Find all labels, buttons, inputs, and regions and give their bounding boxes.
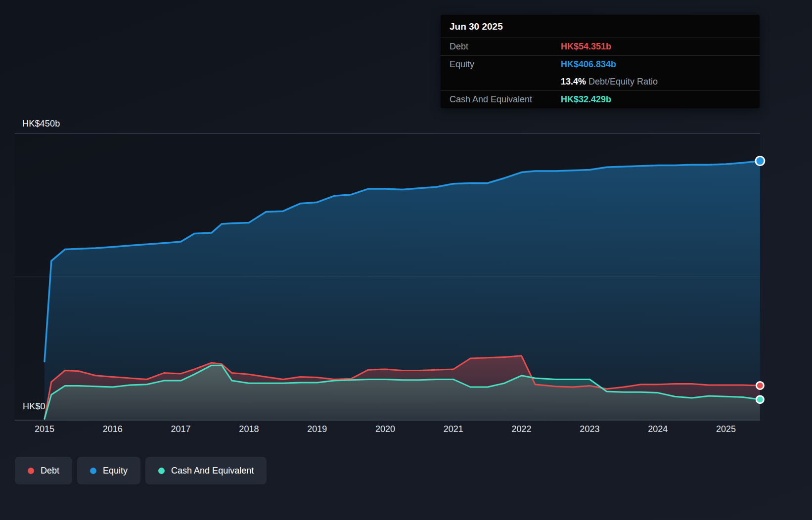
legend-item-cash[interactable]: Cash And Equivalent (145, 457, 267, 484)
tooltip-row-equity: Equity HK$406.834b (441, 56, 760, 73)
tooltip-equity-label: Equity (450, 59, 561, 70)
equity-dot-icon (90, 468, 96, 474)
legend: Debt Equity Cash And Equivalent (15, 457, 267, 484)
x-tick-label: 2019 (307, 424, 327, 434)
tooltip-cash-value: HK$32.429b (561, 94, 611, 105)
tooltip-ratio-text: Debt/Equity Ratio (588, 77, 658, 87)
tooltip-ratio-pct: 13.4% (561, 77, 586, 87)
tooltip-row-ratio: 13.4% Debt/Equity Ratio (441, 73, 760, 91)
x-tick-label: 2021 (444, 424, 463, 434)
tooltip-debt-label: Debt (450, 42, 561, 52)
debt-equity-chart-page: HK$450b HK$0 201520162017201820192020202… (0, 0, 812, 520)
x-tick-label: 2022 (512, 424, 532, 434)
cash-dot-icon (158, 468, 165, 474)
legend-item-debt[interactable]: Debt (15, 457, 72, 484)
debt-dot-icon (28, 468, 34, 474)
tooltip: Jun 30 2025 Debt HK$54.351b Equity HK$40… (441, 15, 760, 108)
x-tick-label: 2018 (239, 424, 259, 434)
x-tick-label: 2025 (716, 424, 736, 434)
legend-debt-label: Debt (41, 466, 59, 476)
tooltip-row-debt: Debt HK$54.351b (441, 38, 760, 56)
tooltip-equity-value: HK$406.834b (561, 59, 616, 70)
x-tick-label: 2017 (171, 424, 191, 434)
legend-item-equity[interactable]: Equity (77, 457, 140, 484)
legend-equity-label: Equity (103, 466, 128, 476)
x-tick-label: 2016 (103, 424, 123, 434)
y-axis-label-bottom: HK$0 (23, 401, 45, 412)
tooltip-debt-value: HK$54.351b (561, 42, 611, 52)
y-axis-label-top: HK$450b (22, 119, 60, 129)
x-tick-label: 2015 (35, 424, 54, 434)
tooltip-date: Jun 30 2025 (441, 15, 760, 38)
tooltip-cash-label: Cash And Equivalent (450, 94, 561, 105)
tooltip-row-cash: Cash And Equivalent HK$32.429b (441, 91, 760, 108)
x-tick-label: 2024 (648, 424, 668, 434)
legend-cash-label: Cash And Equivalent (171, 466, 254, 476)
tooltip-ratio-value: 13.4% Debt/Equity Ratio (561, 77, 658, 87)
x-tick-label: 2020 (375, 424, 395, 434)
x-axis: 2015201620172018201920202021202220232024… (0, 424, 812, 437)
x-tick-label: 2023 (580, 424, 599, 434)
